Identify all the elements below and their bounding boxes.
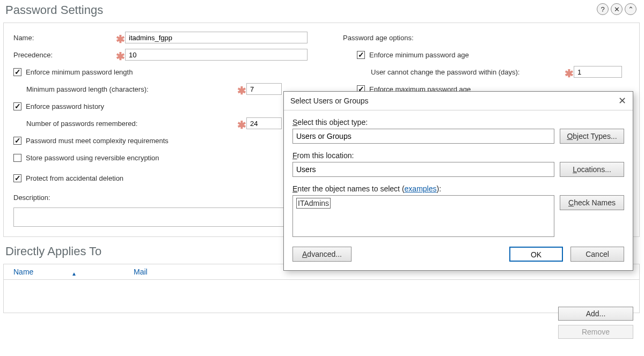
select-users-dialog: Select Users or Groups ✕ Select this obj… bbox=[283, 91, 633, 271]
precedence-label: Precedence: bbox=[13, 51, 115, 59]
complexity-checkbox[interactable] bbox=[13, 137, 21, 145]
object-names-input[interactable]: ITAdmins bbox=[292, 195, 554, 237]
ok-button[interactable]: OK bbox=[509, 247, 563, 262]
object-names-label: Enter the object names to select (exampl… bbox=[292, 184, 441, 193]
applies-to-group: Name ▲ Mail bbox=[3, 264, 640, 313]
sort-asc-icon: ▲ bbox=[71, 271, 77, 277]
enforce-history-checkbox[interactable] bbox=[13, 102, 21, 110]
object-types-button[interactable]: Object Types... bbox=[560, 129, 624, 144]
column-mail-label: Mail bbox=[134, 268, 148, 276]
min-age-days-label: User cannot change the password within (… bbox=[371, 68, 564, 76]
min-age-days-input[interactable] bbox=[574, 66, 622, 78]
history-count-label: Number of passwords remembered: bbox=[26, 120, 237, 128]
protect-checkbox[interactable] bbox=[13, 174, 21, 182]
protect-label: Protect from accidental deletion bbox=[26, 174, 123, 182]
add-button[interactable]: Add... bbox=[558, 307, 633, 321]
object-type-label: Select this object type: bbox=[292, 118, 368, 127]
required-icon: ✱ bbox=[115, 33, 125, 42]
dialog-title: Select Users or Groups bbox=[290, 97, 369, 105]
enforce-min-length-label: Enforce minimum password length bbox=[26, 68, 133, 76]
page-title: Password Settings bbox=[5, 3, 640, 17]
collapse-icon[interactable]: ⌃ bbox=[625, 3, 636, 15]
remove-button[interactable]: Remove bbox=[558, 325, 633, 339]
age-options-label: Password age options: bbox=[343, 34, 414, 42]
help-icon[interactable]: ? bbox=[597, 3, 609, 15]
name-label: Name: bbox=[13, 34, 115, 42]
precedence-input[interactable] bbox=[125, 49, 308, 61]
enforce-min-age-label: Enforce minimum password age bbox=[369, 51, 469, 59]
column-name-label: Name bbox=[13, 268, 33, 276]
description-input[interactable] bbox=[13, 207, 316, 227]
history-count-input[interactable] bbox=[246, 117, 282, 129]
check-names-button[interactable]: Check Names bbox=[560, 195, 624, 210]
dialog-close-icon[interactable]: ✕ bbox=[618, 96, 626, 106]
close-icon[interactable]: ✕ bbox=[611, 3, 623, 15]
locations-button[interactable]: Locations... bbox=[560, 162, 624, 177]
enforce-min-length-checkbox[interactable] bbox=[13, 68, 21, 76]
reversible-checkbox[interactable] bbox=[13, 154, 21, 162]
required-icon: ✱ bbox=[564, 68, 574, 76]
location-input[interactable] bbox=[292, 162, 554, 177]
advanced-button[interactable]: Advanced... bbox=[292, 247, 352, 262]
required-icon: ✱ bbox=[237, 119, 246, 128]
column-name[interactable]: Name ▲ bbox=[4, 268, 131, 276]
min-length-input[interactable] bbox=[246, 83, 282, 95]
required-icon: ✱ bbox=[237, 85, 246, 93]
object-type-input[interactable] bbox=[292, 129, 554, 144]
object-names-value: ITAdmins bbox=[296, 198, 331, 209]
cancel-button[interactable]: Cancel bbox=[570, 247, 624, 262]
examples-link[interactable]: examples bbox=[405, 184, 437, 193]
location-label: From this location: bbox=[292, 151, 354, 160]
name-input[interactable] bbox=[125, 32, 308, 43]
min-length-label: Minimum password length (characters): bbox=[26, 85, 237, 93]
enforce-min-age-checkbox[interactable] bbox=[357, 51, 365, 59]
header-action-icons: ? ✕ ⌃ bbox=[597, 3, 636, 15]
reversible-label: Store password using reversible encrypti… bbox=[26, 154, 159, 162]
required-icon: ✱ bbox=[115, 50, 125, 59]
description-label: Description: bbox=[13, 194, 50, 202]
enforce-history-label: Enforce password history bbox=[26, 102, 104, 110]
complexity-label: Password must meet complexity requiremen… bbox=[26, 137, 169, 145]
